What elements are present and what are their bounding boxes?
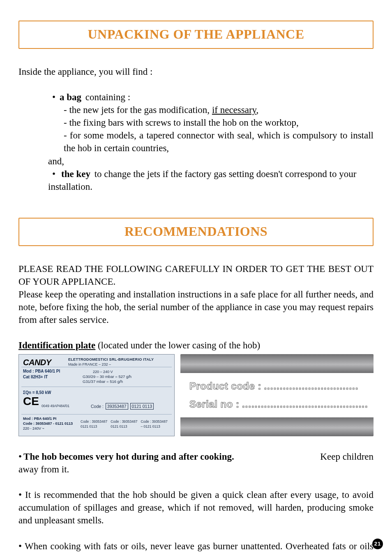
- section-title-box-recommendations: RECOMMENDATIONS: [18, 218, 374, 246]
- bag-bullet-text: a bag containing :: [60, 91, 374, 104]
- key-bullet-text: the key to change the jets if the factor…: [60, 168, 374, 180]
- plate-trio-b: Code : 393534870121 0113: [111, 419, 137, 429]
- manual-page: UNPACKING OF THE APPLIANCE Inside the ap…: [0, 0, 392, 555]
- plate-divider: [21, 414, 172, 415]
- plate-codeline-2: Code : 39353487 - 0121 0113: [23, 421, 73, 426]
- bullet-icon: •: [48, 91, 60, 104]
- plate-category: Cat II2H3+ IT: [23, 374, 48, 380]
- bullet-icon: •: [48, 168, 60, 180]
- ce-mark-icon: CE: [23, 396, 39, 407]
- plate-code-value: 39353487: [106, 403, 128, 410]
- serial-no-line: Serial no : ............................…: [189, 398, 374, 411]
- lead-1: PLEASE READ THE FOLLOWING CAREFULLY IN O…: [18, 263, 374, 288]
- key-row: • the key to change the jets if the fact…: [18, 168, 374, 180]
- section-title-recommendations: RECOMMENDATIONS: [125, 224, 267, 239]
- plate-ce-number: 0049 49AP484/01: [42, 404, 69, 408]
- plate-model-2: Mod : PBA 640/1 PI: [23, 416, 56, 421]
- plate-gas-g30: G30/29 – 30 mbar = 527 g/h: [83, 374, 131, 380]
- warning-hot-label: The hob becomes very hot during and afte…: [23, 450, 234, 463]
- plate-code-label: Code :: [91, 404, 104, 409]
- and-line: and,: [18, 155, 374, 168]
- plate-trio-a: Code : 393534870121 0113: [81, 419, 107, 429]
- bag-items: - the new jets for the gas modification,…: [48, 104, 374, 154]
- product-serial-box: Product code : .........................…: [180, 354, 374, 436]
- plate-model: Mod : PBA 640/1 PI: [23, 368, 60, 374]
- plate-voltage-2: 220 - 240V ~: [23, 426, 44, 431]
- rating-plate-image: CANDY ELETTRODOMESTICI SRL-BRUGHERIO ITA…: [18, 354, 175, 436]
- serial-no-dots: ........................................: [242, 398, 368, 410]
- bag-item-1: - the new jets for the gas modification,…: [64, 104, 374, 116]
- plate-code-trio: Code : 393534870121 0113 Code : 39353487…: [81, 419, 172, 429]
- product-code-line: Product code : .........................…: [189, 380, 374, 393]
- product-code-dots: ..............................: [264, 380, 358, 391]
- bag-item-1-underline: if necessary: [212, 105, 256, 115]
- warning-line-2: away from it.: [18, 463, 374, 476]
- plate-divider: [21, 367, 172, 367]
- plate-code-box: Code : 39353487 0121 0113: [91, 403, 154, 410]
- page-number-badge: 21: [372, 539, 383, 549]
- plate-row: CANDY ELETTRODOMESTICI SRL-BRUGHERIO ITA…: [18, 354, 374, 436]
- intro-line: Inside the appliance, you will find :: [18, 65, 374, 78]
- infobox-top-band: [180, 354, 374, 373]
- bag-containing: containing :: [83, 92, 130, 102]
- bag-item-1b: ,: [256, 105, 259, 115]
- plate-divider: [21, 387, 172, 387]
- infobox-middle: Product code : .........................…: [180, 373, 374, 417]
- key-label: the key: [61, 169, 90, 179]
- plate-gas-g31: G31/37 mbar = 516 g/h: [83, 379, 123, 385]
- key-text: to change the jets if the factory gas se…: [92, 169, 357, 179]
- plate-brand: CANDY: [23, 357, 51, 368]
- lead-2: Please keep the operating and installati…: [18, 288, 374, 326]
- bag-item-3: - for some models, a tapered connector w…: [64, 129, 374, 154]
- bag-bullet-row: • a bag containing :: [48, 91, 374, 104]
- plate-made-in: Made in FRANCE – 232 –: [68, 362, 111, 367]
- bottom-bullets: • The hob becomes very hot during and af…: [18, 450, 374, 555]
- bullet-icon: •: [18, 450, 22, 463]
- recommendation-clean: • It is recommended that the hob should …: [18, 488, 374, 527]
- bag-item-2: - the fixing bars with screws to install…: [64, 116, 374, 129]
- identification-plate-label: Identification plate: [18, 340, 95, 350]
- section-title-unpacking: UNPACKING OF THE APPLIANCE: [88, 27, 304, 41]
- warning-right: Keep children: [320, 450, 374, 463]
- plate-code-batch: 0121 0113: [130, 403, 154, 410]
- bag-item-1a: - the new jets for the gas modification,: [64, 105, 212, 115]
- serial-no-label: Serial no :: [189, 398, 240, 410]
- bag-block: • a bag containing : - the new jets for …: [18, 91, 374, 154]
- plate-manufacturer: ELETTRODOMESTICI SRL-BRUGHERIO ITALY: [68, 357, 172, 362]
- warning-row-1: • The hob becomes very hot during and af…: [18, 450, 374, 463]
- plate-voltage: 220 – 240 V: [93, 369, 113, 374]
- plate-trio-c: Code : 39353487– 0121 0113: [141, 419, 167, 429]
- recommendations-body: PLEASE READ THE FOLLOWING CAREFULLY IN O…: [18, 263, 374, 436]
- recommendation-fats: • When cooking with fats or oils, never …: [18, 540, 374, 555]
- key-text-2: installation.: [18, 180, 374, 193]
- section-title-box-unpacking: UNPACKING OF THE APPLIANCE: [18, 21, 374, 49]
- infobox-bottom-band: [180, 417, 374, 436]
- plate-heading-row: Identification plate (located under the …: [18, 339, 374, 352]
- product-code-label: Product code :: [189, 380, 261, 391]
- unpacking-body: Inside the appliance, you will find : • …: [18, 65, 374, 193]
- warning-left: • The hob becomes very hot during and af…: [18, 450, 234, 463]
- plate-note: (located under the lower casing of the h…: [95, 340, 260, 350]
- bag-label: a bag: [60, 92, 81, 102]
